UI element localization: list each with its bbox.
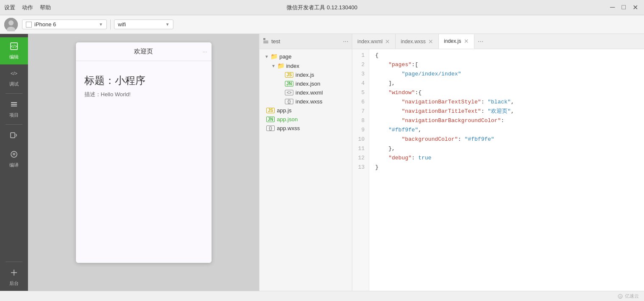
- edit-icon: </>: [9, 42, 19, 52]
- sidebar-item-compile-label: 编译: [9, 162, 19, 168]
- tab-index-wxss-close[interactable]: ✕: [428, 38, 433, 45]
- minimize-button[interactable]: ─: [608, 3, 616, 11]
- line-num-7: 7: [355, 107, 365, 116]
- toolbar: iPhone 6 ▼ wifi ▼: [0, 15, 644, 34]
- avatar[interactable]: [4, 18, 18, 31]
- menu-actions[interactable]: 动作: [22, 4, 33, 11]
- file-index-js-badge: JS: [285, 72, 293, 78]
- code-line-1: {: [375, 51, 644, 60]
- toolbar-separator: [110, 20, 111, 30]
- watermark-text: 亿速云: [625, 293, 639, 299]
- line-num-2: 2: [355, 60, 365, 70]
- folder-index-arrow: ▼: [271, 64, 276, 68]
- svg-rect-16: [263, 41, 268, 42]
- sidebar-item-backend-label: 后台: [9, 280, 19, 287]
- file-index-js[interactable]: JS index.js: [273, 70, 352, 79]
- tab-index-wxss-label: index.wxss: [401, 39, 426, 45]
- tab-index-wxml[interactable]: index.wxml ✕: [352, 34, 396, 49]
- file-index-wxss-label: index.wxss: [296, 98, 323, 105]
- sidebar-item-debug[interactable]: </> 调试: [0, 64, 28, 92]
- file-app-wxss[interactable]: {} app.wxss: [259, 124, 352, 133]
- window-controls: ─ □ ✕: [608, 3, 640, 11]
- phone-content: 标题：小程序 描述：Hello World!: [76, 61, 212, 263]
- code-line-6: "navigationBarTextStyle": "black",: [375, 98, 644, 107]
- phone-frame: 欢迎页 ··· 标题：小程序 描述：Hello World!: [76, 42, 212, 263]
- phone-nav-dots: ···: [203, 48, 207, 55]
- line-num-13: 13: [355, 163, 365, 172]
- code-tabs: index.wxml ✕ index.wxss ✕ index.js ✕ ···: [352, 34, 644, 49]
- folder-page[interactable]: ▼ 📁 page: [259, 52, 352, 61]
- svg-rect-17: [263, 42, 268, 43]
- file-tree-title: test: [271, 38, 280, 45]
- code-line-4: ],: [375, 79, 644, 88]
- file-app-js-label: app.js: [277, 107, 292, 114]
- svg-text:</>: </>: [11, 71, 17, 76]
- file-index-json-label: index.json: [296, 81, 321, 87]
- file-app-js[interactable]: JS app.js: [259, 106, 352, 115]
- wifi-selector[interactable]: wifi ▼: [114, 20, 173, 29]
- sidebar-item-compile[interactable]: 编译: [0, 145, 28, 173]
- svg-point-1: [8, 20, 14, 25]
- line-num-4: 4: [355, 79, 365, 88]
- sidebar-divider-2: [6, 124, 22, 125]
- watermark-icon: 云: [617, 293, 623, 299]
- file-index-wxss[interactable]: {} index.wxss: [273, 97, 352, 106]
- tab-index-wxml-label: index.wxml: [357, 39, 382, 45]
- tree-header-icon: [263, 38, 269, 45]
- device-checkbox[interactable]: [26, 22, 32, 28]
- file-app-json[interactable]: JN app.json: [259, 115, 352, 124]
- app-title: 微信开发者工具 0.12.130400: [287, 4, 357, 11]
- sidebar-item-project[interactable]: 项目: [0, 95, 28, 123]
- file-index-wxml-label: index.wxml: [296, 89, 323, 96]
- menu-help[interactable]: 帮助: [40, 4, 51, 11]
- sidebar-item-backend[interactable]: 后台: [0, 264, 28, 291]
- code-line-9: "#fbf9fe",: [375, 125, 644, 135]
- close-button[interactable]: ✕: [631, 3, 640, 11]
- tab-index-wxml-close[interactable]: ✕: [385, 38, 390, 45]
- sidebar-item-edit-label: 编辑: [9, 54, 19, 60]
- svg-point-10: [11, 151, 17, 157]
- device-name: iPhone 6: [34, 21, 96, 28]
- file-tree-more-button[interactable]: ···: [343, 38, 348, 45]
- title-bar: 设置 动作 帮助 微信开发者工具 0.12.130400 ─ □ ✕: [0, 0, 644, 15]
- line-num-11: 11: [355, 144, 365, 153]
- tab-index-js-close[interactable]: ✕: [464, 38, 469, 45]
- sidebar-item-debug-label: 调试: [9, 81, 19, 87]
- line-num-10: 10: [355, 135, 365, 144]
- menu-settings[interactable]: 设置: [4, 4, 15, 11]
- code-line-7: "navigationBarTitleText": "欢迎页",: [375, 107, 644, 116]
- line-num-8: 8: [355, 116, 365, 125]
- code-line-5: "window":{: [375, 88, 644, 98]
- code-line-10: "backgroundColor": "#fbf9fe": [375, 135, 644, 144]
- sidebar: </> 编辑 </> 调试 项目: [0, 34, 28, 291]
- phone-content-title: 标题：小程序: [84, 74, 203, 87]
- device-selector[interactable]: iPhone 6 ▼: [22, 20, 107, 29]
- tab-index-js[interactable]: index.js ✕: [439, 34, 474, 49]
- folder-page-label: page: [279, 53, 292, 60]
- file-index-wxml[interactable]: <> index.wxml: [273, 88, 352, 97]
- folder-index[interactable]: ▼ 📁 index: [266, 61, 352, 70]
- sidebar-divider-3: [6, 262, 22, 262]
- file-index-json[interactable]: JN index.json: [273, 79, 352, 88]
- code-line-8: "navigationBarBackgroundColor":: [375, 116, 644, 125]
- code-editor[interactable]: 1 2 3 4 5 6 7 8 9 10 11 12 13 { "pages":…: [352, 49, 644, 291]
- tab-index-wxss[interactable]: index.wxss ✕: [396, 34, 439, 49]
- file-tree-panel: test ··· ▼ 📁 page ▼ 📁 index JS: [259, 34, 352, 291]
- svg-text:云: 云: [619, 295, 622, 298]
- sidebar-item-device-mgr[interactable]: [0, 126, 28, 145]
- maximize-button[interactable]: □: [620, 3, 627, 11]
- avatar-image: [4, 18, 18, 31]
- folder-page-icon: 📁: [270, 53, 278, 60]
- file-index-js-label: index.js: [296, 72, 314, 78]
- code-line-12: "debug": true: [375, 153, 644, 163]
- compile-icon: [9, 150, 19, 160]
- file-index-wxml-badge: <>: [285, 90, 293, 95]
- file-index-json-badge: JN: [285, 81, 293, 86]
- sidebar-item-edit[interactable]: </> 编辑: [0, 37, 28, 64]
- device-chevron-icon: ▼: [99, 22, 103, 27]
- preview-panel: 欢迎页 ··· 标题：小程序 描述：Hello World!: [28, 34, 259, 291]
- line-num-3: 3: [355, 70, 365, 79]
- code-content: { "pages":[ "page/index/index" ], "windo…: [369, 49, 644, 291]
- tab-more-button[interactable]: ···: [474, 38, 487, 45]
- code-line-11: },: [375, 144, 644, 153]
